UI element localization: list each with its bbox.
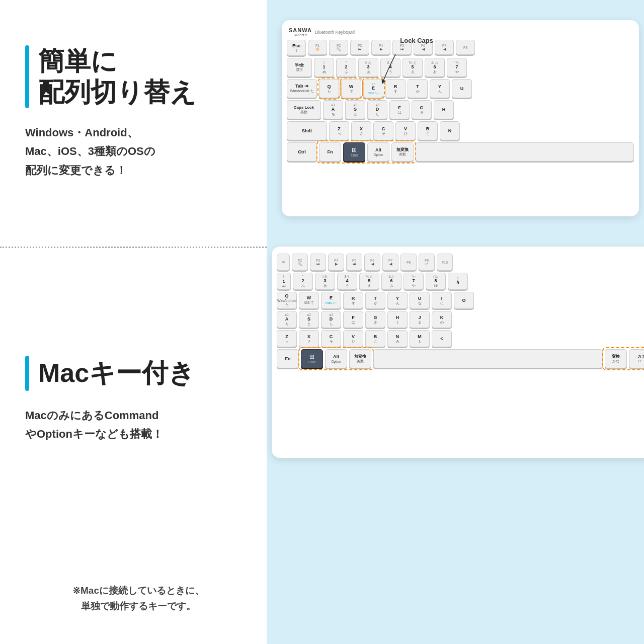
brand-label: SANWA SUPPLY Bluetooth Keyboard (287, 27, 634, 37)
key-win: ⊞ Cmd (343, 142, 365, 162)
kb-key-h: Hく (387, 311, 408, 328)
kb-key-f10: F10 (437, 254, 453, 271)
kb-key-u: Uな (410, 292, 430, 309)
kb-key-e: Emac い (321, 292, 341, 309)
key-f2: F2 🔍 (329, 40, 348, 55)
kb-key-d: ●3Dし (321, 311, 341, 328)
kb-key-f4: F4▶ (328, 254, 344, 271)
kb-key-s: ●2Sと (299, 311, 319, 328)
kb-key-q: QWin/Android た (277, 292, 297, 309)
right-panel: SANWA SUPPLY Bluetooth Keyboard Esc ⇧ F1… (267, 0, 644, 644)
key-a: ●1 A ち (323, 100, 343, 119)
key-f1: F1 🔆 (308, 40, 327, 55)
section1-description: Windows・Android、Mac、iOS、3種類のOSの配列に変更できる！ (25, 123, 247, 180)
kb-key-z: Zっ (277, 330, 297, 347)
kb-key-f7: F7◀ (382, 254, 398, 271)
key-s: ●2 S と (345, 100, 365, 119)
kb-key-kana: カナ ロー (629, 349, 644, 368)
kb-key-4: $う4う (337, 273, 357, 290)
key-3: # あ 3 あ (358, 58, 378, 77)
key-z: Z っ (329, 121, 349, 140)
key-q: Q た (319, 79, 339, 98)
section-top: 簡単に 配列切り替え Windows・Android、Mac、iOS、3種類のO… (25, 30, 247, 190)
key-row-fn: Esc ⇧ F1 🔆 F2 🔍 F3 ⏮ F4 ▶ F5 ⏭ (287, 40, 634, 56)
kb-key-alt: Alt Option (325, 349, 347, 368)
key-shift: Shift (287, 121, 327, 140)
key-row-numbers: 半/全 漢字 ! 1 ぬ " 2 ふ # あ 3 あ $ う 4 う (287, 58, 634, 77)
key-hankaku: 半/全 漢字 (287, 58, 312, 77)
kb-key-5: %え5え (359, 273, 379, 290)
key-u: U (452, 79, 472, 98)
key-c: C そ (373, 121, 393, 140)
main-heading: 簡単に 配列切り替え (38, 45, 196, 108)
kb-key-f: Fは (343, 311, 363, 328)
kb-key-space (373, 349, 603, 368)
kb-row-qwerty: QWin/Android た WiOS て Emac い Rす Tか Yん Uな… (277, 292, 644, 309)
key-row-bottom: Ctrl Fn ⊞ Cmd Alt Option 無変換 英数 (287, 142, 634, 162)
kb-key-f8: F8 (400, 254, 417, 271)
kb-key-y: Yん (387, 292, 408, 309)
kb-key-7: 'や7や (404, 273, 424, 290)
kb-row-asdf: ●1Aち ●2Sと ●3Dし Fは Gき Hく Jま Kの (277, 311, 644, 328)
brand-supply: SUPPLY (293, 33, 307, 37)
key-row-zxcv: Shift Z っ X さ C そ V ひ B こ N (287, 121, 634, 140)
key-6: & お 6 お (425, 58, 445, 77)
key-f: F は (389, 100, 410, 119)
key-e: い E mac い Lock Caps (363, 79, 383, 98)
highlight-group-top: Fn ⊞ Cmd Alt Option 無変換 英数 (319, 142, 414, 162)
key-ctrl: Ctrl (287, 142, 317, 162)
lock-caps-label: Lock Caps (400, 37, 433, 45)
kb-key-r: Rす (343, 292, 363, 309)
mac-heading: Macキー付き (38, 356, 195, 391)
kb-row-zxcv: Zっ Xさ Cそ Vひ Bこ Nみ Mも < (277, 330, 644, 347)
left-panel: 簡単に 配列切り替え Windows・Android、Mac、iOS、3種類のO… (0, 0, 267, 644)
kb-key-g: Gき (365, 311, 385, 328)
key-d: ●3 D し (367, 100, 387, 119)
kb-key-o-partial: O (454, 292, 474, 309)
kb-key-fn: Fn (277, 349, 299, 368)
key-fn-main: Fn (319, 142, 341, 162)
kb-key-lt: < (432, 330, 452, 347)
kb-key-i: Iに (432, 292, 452, 309)
kb-key-hankaku-partial: !1ぬ (277, 273, 291, 290)
key-tab: Tab ⇥ Win/Android た (287, 79, 317, 98)
kb-key-a: ●1Aち (277, 311, 297, 328)
key-f4: F4 ▶ (371, 40, 390, 55)
kb-key-f1-partial: ⊞ (277, 254, 290, 271)
kb-key-f3: F3⏮ (310, 254, 326, 271)
kb-key-m: Mも (410, 330, 430, 347)
keyboard-top: SANWA SUPPLY Bluetooth Keyboard Esc ⇧ F1… (282, 20, 639, 216)
key-space (416, 142, 634, 162)
key-row-qwerty: Tab ⇥ Win/Android た Q た W て い E mac い Lo… (287, 79, 634, 98)
kb-key-9: )9 (448, 273, 468, 290)
key-alt: Alt Option (367, 142, 389, 162)
section-bottom: Macキー付き MacのみにあるCommandやOptionキーなども搭載！ (25, 190, 247, 444)
kb-key-x: Xさ (299, 330, 319, 347)
footnote: ※Macに接続しているときに、単独で動作するキーです。 (25, 583, 252, 614)
kb-key-cmd: ⊞ Cmd (301, 349, 323, 368)
kb-key-f5: F5⏭ (346, 254, 362, 271)
kb-key-w: WiOS て (299, 292, 319, 309)
product-name: Bluetooth Keyboard (315, 30, 355, 35)
key-7: ' や 7 や (447, 58, 467, 77)
key-n: N (440, 121, 460, 140)
blue-accent-bar-2 (25, 356, 29, 391)
key-esc: Esc ⇧ (287, 40, 306, 56)
kb-key-j: Jま (410, 311, 430, 328)
key-r: R す (385, 79, 406, 98)
kb-row-num: !1ぬ "2ふ #あ3あ $う4う %え5え &お6お 'や7や (ゆ8ゆ )9 (277, 273, 644, 290)
kb-key-t: Tか (365, 292, 385, 309)
key-t: T か (408, 79, 428, 98)
key-v: V ひ (395, 121, 416, 140)
kb-row-bottom: Fn ⊞ Cmd Alt Option 無変換 英数 (277, 349, 644, 368)
brand-sanwa: SANWA (289, 27, 312, 33)
highlight-group-bottom-right: 変換 かな カナ ロー (605, 349, 644, 368)
key-y: Y ん (430, 79, 450, 98)
kb-key-k: Kの (432, 311, 452, 328)
heading-block-2: Macキー付き (25, 356, 247, 391)
kb-key-3: #あ3あ (315, 273, 335, 290)
key-g: G き (412, 100, 432, 119)
kb-row-fn: ⊞ F2🔍 F3⏮ F4▶ F5⏭ F6◀ F7◀ F8 F9↩ F10 (277, 254, 644, 271)
kb-key-f9: F9↩ (419, 254, 435, 271)
key-2: " 2 ふ (336, 58, 356, 77)
